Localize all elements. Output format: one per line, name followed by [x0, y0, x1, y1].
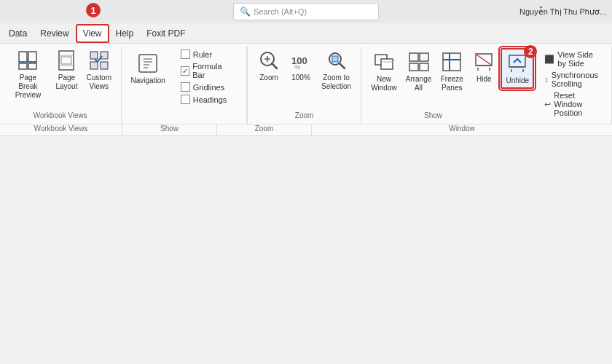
- window-group-label: Window: [367, 110, 612, 121]
- menu-foxit-pdf[interactable]: Foxit PDF: [141, 25, 191, 41]
- step-1-badge: 1: [86, 3, 101, 17]
- svg-rect-9: [90, 52, 98, 59]
- svg-rect-15: [139, 55, 157, 72]
- menu-review[interactable]: Review: [34, 25, 74, 41]
- svg-rect-35: [420, 63, 428, 71]
- workbook-views-label: Workbook Views: [6, 110, 115, 121]
- zoom-100-label: 100%: [291, 74, 310, 82]
- new-window-label: New Window: [371, 75, 397, 92]
- zoom-button[interactable]: Zoom: [254, 47, 284, 84]
- zoom-content: Zoom 100 % 100%: [254, 47, 355, 110]
- svg-rect-28: [332, 56, 338, 62]
- page-layout-icon: [55, 49, 78, 72]
- ruler-label: Ruler: [193, 50, 212, 59]
- gridlines-checkbox[interactable]: [181, 82, 190, 92]
- menu-bar: Data Review View Help Foxit PDF: [0, 23, 612, 44]
- search-icon: 🔍: [240, 7, 251, 17]
- svg-rect-34: [409, 63, 418, 71]
- headings-check[interactable]: Headings: [181, 95, 235, 104]
- arrange-all-label: Arrange All: [406, 75, 432, 92]
- reset-window-position-icon: ↩: [544, 100, 551, 109]
- custom-views-button[interactable]: Custom Views: [83, 47, 115, 93]
- menu-view[interactable]: View: [76, 25, 109, 42]
- ribbon: Page Break Preview Page Layout: [0, 44, 612, 124]
- ruler-checkbox[interactable]: [181, 50, 190, 59]
- zoom-100-button[interactable]: 100 % 100%: [286, 47, 316, 84]
- zoom-label: Zoom: [259, 74, 278, 82]
- zoom-to-selection-button[interactable]: Zoom to Selection: [318, 47, 355, 93]
- svg-line-27: [340, 63, 345, 68]
- svg-rect-11: [90, 62, 98, 69]
- zoom-to-selection-label: Zoom to Selection: [321, 74, 351, 91]
- page-break-preview-button[interactable]: Page Break Preview: [6, 47, 50, 102]
- menu-help[interactable]: Help: [110, 25, 140, 41]
- zoom-to-selection-icon: [325, 49, 348, 72]
- show-footer: Show: [122, 124, 217, 135]
- svg-rect-0: [19, 52, 27, 62]
- page-layout-label: Page Layout: [55, 74, 77, 91]
- page-break-preview-label: Page Break Preview: [9, 74, 47, 100]
- svg-line-21: [272, 63, 277, 68]
- svg-rect-10: [101, 52, 108, 59]
- svg-rect-3: [28, 63, 36, 69]
- svg-line-43: [476, 55, 491, 65]
- gridlines-check[interactable]: Gridlines: [181, 82, 235, 92]
- svg-rect-32: [409, 53, 418, 61]
- custom-views-icon: [87, 49, 111, 72]
- svg-rect-1: [28, 52, 36, 62]
- step-2-badge: 2: [524, 45, 537, 58]
- headings-label: Headings: [193, 95, 227, 104]
- arrange-all-icon: [407, 50, 431, 74]
- freeze-panes-label: Freeze Panes: [441, 75, 463, 92]
- svg-rect-30: [381, 59, 393, 69]
- navigation-button[interactable]: Navigation: [128, 50, 169, 87]
- hide-button[interactable]: Hide: [468, 48, 499, 86]
- svg-rect-12: [101, 62, 108, 69]
- page-break-icon: [16, 49, 39, 72]
- show-group: Navigation Ruler ✓ Formula Bar Gridlines: [122, 47, 247, 124]
- unhide-label: Unhide: [506, 76, 529, 85]
- menu-data[interactable]: Data: [3, 25, 33, 41]
- freeze-panes-button[interactable]: Freeze Panes: [436, 48, 467, 95]
- arrange-all-button[interactable]: Arrange All: [402, 48, 436, 95]
- page-layout-button[interactable]: Page Layout: [52, 47, 82, 93]
- svg-rect-2: [19, 63, 27, 69]
- zoom-footer: Zoom: [217, 124, 312, 135]
- gridlines-label: Gridlines: [193, 83, 224, 92]
- hide-label: Hide: [476, 75, 492, 84]
- search-placeholder: Search (Alt+Q): [254, 7, 307, 16]
- svg-rect-44: [509, 55, 525, 67]
- headings-checkbox[interactable]: [181, 95, 190, 104]
- synchronous-scrolling-icon: ↕: [544, 75, 549, 84]
- ruler-check[interactable]: Ruler: [181, 50, 235, 59]
- zoom-100-icon: 100 %: [289, 49, 313, 72]
- formula-bar-label: Formula Bar: [192, 62, 235, 79]
- svg-rect-33: [420, 53, 428, 61]
- view-side-by-side-link[interactable]: ⬛ View Side by Side: [543, 50, 600, 68]
- svg-text:%: %: [294, 63, 300, 71]
- hide-icon: [472, 50, 495, 74]
- window-group: 2 New Window: [361, 47, 612, 124]
- new-window-icon: [372, 50, 396, 74]
- formula-bar-checkbox[interactable]: ✓: [181, 66, 189, 76]
- navigation-icon: [136, 52, 160, 75]
- synchronous-scrolling-link[interactable]: ↕ Synchronous Scrolling: [543, 70, 600, 89]
- user-name: Nguyễn Thị Thu Phươ...: [519, 7, 606, 17]
- formula-bar-check[interactable]: ✓ Formula Bar: [181, 62, 235, 79]
- svg-rect-8: [61, 57, 71, 64]
- synchronous-scrolling-label: Synchronous Scrolling: [552, 71, 598, 88]
- workbook-views-group: Page Break Preview Page Layout: [0, 47, 122, 124]
- view-side-by-side-icon: ⬛: [544, 55, 554, 64]
- view-side-by-side-label: View Side by Side: [557, 50, 598, 68]
- workbook-views-footer: Workbook Views: [0, 124, 122, 135]
- svg-rect-36: [443, 53, 460, 71]
- new-window-button[interactable]: New Window: [367, 48, 401, 95]
- search-box[interactable]: 🔍 Search (Alt+Q): [233, 3, 379, 20]
- custom-views-label: Custom Views: [87, 74, 111, 91]
- window-footer: Window: [312, 124, 612, 135]
- workbook-views-content: Page Break Preview Page Layout: [6, 47, 115, 110]
- navigation-label: Navigation: [131, 76, 165, 85]
- freeze-panes-icon: [440, 50, 463, 74]
- zoom-icon: [257, 49, 280, 72]
